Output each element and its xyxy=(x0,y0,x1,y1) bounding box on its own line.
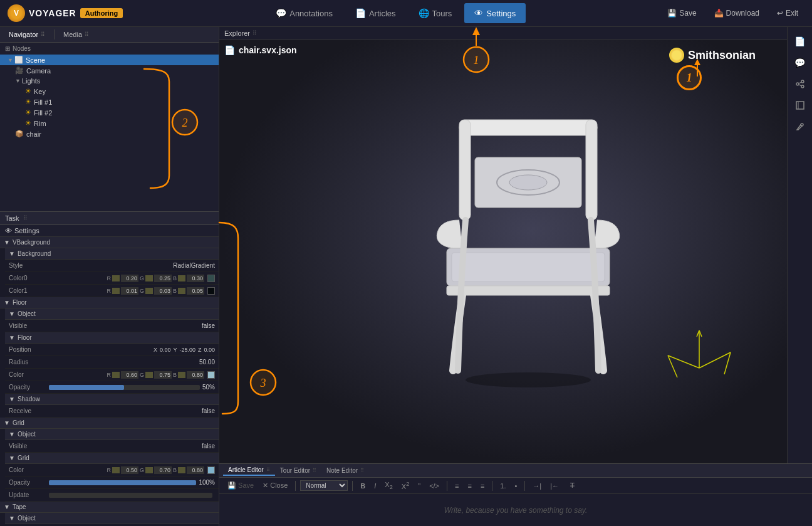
outdent-button[interactable]: |← xyxy=(547,481,562,491)
exit-button[interactable]: ↩ Exit xyxy=(771,6,804,20)
save-button[interactable]: 💾 Save xyxy=(661,6,702,20)
media-tab-dots: ⠿ xyxy=(85,31,89,38)
tree-item-camera[interactable]: 🎥 Camera xyxy=(0,65,219,76)
article-editor-tab[interactable]: Article Editor ⠿ xyxy=(223,465,275,476)
gc-r-val[interactable]: 0.50 xyxy=(121,466,138,474)
floor-object-section[interactable]: ▼ Object xyxy=(5,308,219,320)
fc-r-val[interactable]: 0.60 xyxy=(121,371,138,379)
editor-close-button[interactable]: ✕ Close xyxy=(259,480,291,491)
grid-opacity-bar[interactable] xyxy=(49,480,196,485)
explorer-tab[interactable]: Explorer ⠿ xyxy=(224,29,257,37)
tree-item-rim[interactable]: ☀ Rim xyxy=(0,118,219,129)
3d-canvas[interactable]: 📄 chair.svx.json Smithsonian xyxy=(219,40,787,463)
floor-label: Floor xyxy=(13,299,27,306)
tree-item-fill2[interactable]: ☀ Fill #2 xyxy=(0,107,219,118)
tree-item-scene[interactable]: ▼ ⬜ Scene xyxy=(0,55,219,65)
grid-section[interactable]: ▼ Grid xyxy=(0,418,219,429)
floor-opacity-bar[interactable] xyxy=(49,385,200,390)
editor-save-button[interactable]: 💾 Save xyxy=(224,480,257,491)
color0-row: Color0 R 0.20 G 0.25 xyxy=(5,272,219,285)
align-center-button[interactable]: ≡ xyxy=(464,481,474,491)
annotation-1[interactable]: 1 xyxy=(677,65,702,90)
superscript-button[interactable]: X2 xyxy=(398,480,412,492)
logo-area: V VOYAGER Authoring xyxy=(0,4,130,22)
color1-b-label: B xyxy=(173,288,177,294)
tab-tours[interactable]: 🌐 Tours xyxy=(409,3,462,23)
ordered-list-button[interactable]: 1. xyxy=(497,481,509,491)
tree-item-lights[interactable]: ▼ Lights xyxy=(0,76,219,86)
quote-button[interactable]: " xyxy=(415,481,424,491)
tree-item-key[interactable]: ☀ Key xyxy=(0,86,219,97)
fc-r-label: R xyxy=(107,372,111,378)
color1-r-value[interactable]: 0.01 xyxy=(121,287,138,295)
note-editor-tab[interactable]: Note Editor ⠿ xyxy=(321,466,369,475)
color1-b-value[interactable]: 0.05 xyxy=(187,287,204,295)
toolbar-sep-3 xyxy=(447,481,447,491)
center-right-area: Explorer ⠿ 📄 chair.svx.json Smithsonian xyxy=(219,27,812,526)
bold-button[interactable]: B xyxy=(357,481,368,491)
file-name: chair.svx.json xyxy=(239,45,297,55)
italic-button[interactable]: I xyxy=(371,481,379,491)
tree-item-fill1[interactable]: ☀ Fill #1 xyxy=(0,97,219,107)
grid-object-section[interactable]: ▼ Object xyxy=(5,429,219,440)
gc-b-val[interactable]: 0.80 xyxy=(187,466,204,474)
background-label: Background xyxy=(18,250,51,257)
fc-g-label: G xyxy=(140,372,144,378)
color0-g-value[interactable]: 0.25 xyxy=(154,275,172,282)
tape-section[interactable]: ▼ Tape xyxy=(0,502,219,513)
color0-b-value[interactable]: 0.30 xyxy=(187,275,204,282)
align-left-button[interactable]: ≡ xyxy=(452,481,462,491)
editor-content-area[interactable]: Write, because you have something to say… xyxy=(219,494,812,526)
svg-line-16 xyxy=(724,352,731,374)
sidebar-tools-icon[interactable] xyxy=(791,117,809,136)
tab-settings[interactable]: 👁 Settings xyxy=(464,3,526,23)
sidebar-expand-icon[interactable] xyxy=(791,96,809,115)
tab-annotations[interactable]: 💬 Annotations xyxy=(266,3,343,23)
task-header: Task ⠿ xyxy=(0,212,219,225)
tape-object-section[interactable]: ▼ Object xyxy=(5,513,219,524)
download-button[interactable]: 📥 Download xyxy=(708,6,766,20)
authoring-badge: Authoring xyxy=(80,8,123,18)
sidebar-document-icon[interactable]: 📄 xyxy=(791,32,809,51)
code-button[interactable]: </> xyxy=(426,481,442,491)
grid-label: Grid xyxy=(13,419,24,426)
navigator-tab[interactable]: Navigator ⠿ xyxy=(5,29,49,39)
floor-floor-section[interactable]: ▼ Floor xyxy=(5,332,219,344)
media-tab[interactable]: Media ⠿ xyxy=(60,29,93,39)
gc-g-val[interactable]: 0.70 xyxy=(154,466,172,474)
style-dropdown[interactable]: Normal Heading 1 Heading 2 xyxy=(300,480,348,491)
color1-g-value[interactable]: 0.03 xyxy=(154,287,172,295)
sidebar-comment-icon[interactable]: 💬 xyxy=(791,53,809,72)
tab-articles[interactable]: 📄 Articles xyxy=(345,3,406,23)
subscript-button[interactable]: X2 xyxy=(382,480,395,492)
tape-label: Tape xyxy=(13,503,26,510)
clear-format-button[interactable]: T̶ xyxy=(567,480,578,491)
grid-grid-section[interactable]: ▼ Grid xyxy=(5,453,219,464)
sidebar-share-icon[interactable] xyxy=(791,75,809,93)
fc-b-val[interactable]: 0.80 xyxy=(187,371,204,379)
grid-update-bar[interactable] xyxy=(49,493,212,498)
camera-label: Camera xyxy=(26,67,51,75)
svg-rect-2 xyxy=(586,120,597,220)
color0-r-value[interactable]: 0.20 xyxy=(121,275,138,282)
color0-g-channel: G 0.25 xyxy=(140,275,172,282)
indent-button[interactable]: →| xyxy=(529,481,544,491)
tape-content: ▼ Object Visible false xyxy=(0,513,219,526)
color0-b-label: B xyxy=(173,275,177,281)
save-icon-small: 💾 xyxy=(227,481,236,489)
tour-editor-tab[interactable]: Tour Editor ⠿ xyxy=(275,466,321,475)
fc-g-val[interactable]: 0.75 xyxy=(154,371,172,379)
svg-point-21 xyxy=(801,85,804,88)
tab-tours-label: Tours xyxy=(432,9,452,18)
align-right-button[interactable]: ≡ xyxy=(477,481,487,491)
panel-divider xyxy=(54,29,55,39)
tree-item-chair[interactable]: 📦 chair xyxy=(0,129,219,139)
background-section[interactable]: ▼ Background xyxy=(5,248,219,260)
vbackground-section[interactable]: ▼ VBackground xyxy=(0,237,219,248)
shadow-section[interactable]: ▼ Shadow xyxy=(5,394,219,405)
navigator-tab-dots: ⠿ xyxy=(41,31,45,38)
bullet-list-button[interactable]: • xyxy=(511,481,520,491)
navigator-panel: Navigator ⠿ Media ⠿ ⊞ Nodes ▼ ⬜ xyxy=(0,27,219,212)
editor-placeholder: Write, because you have something to say… xyxy=(444,506,588,515)
floor-section[interactable]: ▼ Floor xyxy=(0,297,219,308)
